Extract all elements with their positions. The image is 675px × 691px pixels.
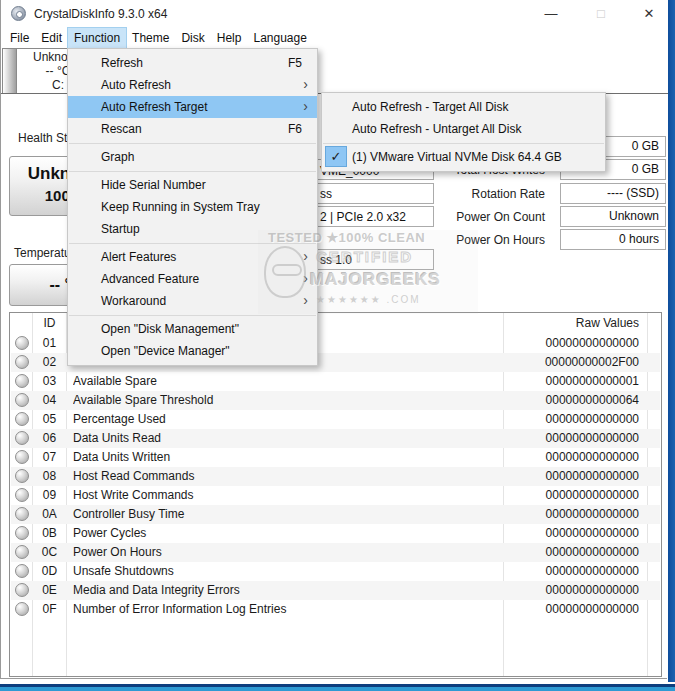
cell-attribute-name: Host Write Commands <box>73 486 493 505</box>
submenu-arrow-icon: › <box>303 245 308 267</box>
window-title: CrystalDiskInfo 9.3.0 x64 <box>34 7 167 21</box>
table-row[interactable]: 07Data Units Written00000000000000 <box>11 448 660 467</box>
function-menu-item-hide-serial-number[interactable]: Hide Serial Number <box>68 174 317 196</box>
cell-id: 03 <box>33 372 66 391</box>
table-header-raw-values: Raw Values <box>504 313 639 333</box>
cell-raw-value: 00000000000000 <box>504 429 639 448</box>
submenu-arrow-icon: › <box>303 73 308 95</box>
table-row[interactable]: 04Available Spare Threshold0000000000006… <box>11 391 660 410</box>
table-row[interactable]: 0CPower On Hours00000000000000 <box>11 543 660 562</box>
target-submenu-item-auto-refresh-untarget-all-disk[interactable]: Auto Refresh - Untarget All Disk <box>322 118 605 140</box>
table-row[interactable]: 0DUnsafe Shutdowns00000000000000 <box>11 562 660 581</box>
cell-attribute-name: Data Units Written <box>73 448 493 467</box>
function-menu-item-auto-refresh-target[interactable]: Auto Refresh Target› <box>68 96 317 118</box>
function-menu-item-graph[interactable]: Graph <box>68 146 317 168</box>
info-value-rotation-rate: ---- (SSD) <box>560 183 666 204</box>
function-menu-item-alert-features[interactable]: Alert Features› <box>68 246 317 268</box>
table-row[interactable]: 0BPower Cycles00000000000000 <box>11 524 660 543</box>
cell-id: 05 <box>33 410 66 429</box>
smart-table[interactable]: ID Raw Values 01000000000000000200000000… <box>9 312 662 677</box>
window-border-bottom <box>0 682 675 691</box>
menubar-item-file[interactable]: File <box>4 28 35 48</box>
function-menu-item-auto-refresh[interactable]: Auto Refresh› <box>68 74 317 96</box>
menu-item-label: Graph <box>101 150 134 164</box>
menu-item-label: Startup <box>101 222 140 236</box>
submenu-arrow-icon: › <box>303 95 308 117</box>
target-submenu-separator <box>323 143 604 144</box>
function-menu-item-open-disk-management[interactable]: Open "Disk Management" <box>68 318 317 340</box>
cell-attribute-name: Unsafe Shutdowns <box>73 562 493 581</box>
cell-id: 0E <box>33 581 66 600</box>
status-led-icon <box>15 355 29 369</box>
status-led-icon <box>15 602 29 616</box>
maximize-button[interactable]: □ <box>584 0 618 28</box>
menu-item-label: Open "Disk Management" <box>101 322 239 336</box>
target-submenu-item-auto-refresh-target-all-disk[interactable]: Auto Refresh - Target All Disk <box>322 96 605 118</box>
function-menu-separator <box>69 243 316 244</box>
table-row[interactable]: 09Host Write Commands00000000000000 <box>11 486 660 505</box>
submenu-arrow-icon: › <box>303 267 308 289</box>
function-menu-separator <box>69 143 316 144</box>
cell-raw-value: 00000000000000 <box>504 448 639 467</box>
table-row[interactable]: 0AController Busy Time00000000000000 <box>11 505 660 524</box>
function-menu-separator <box>69 171 316 172</box>
menubar-item-edit[interactable]: Edit <box>35 28 68 48</box>
menubar-item-theme[interactable]: Theme <box>126 28 175 48</box>
menu-item-label: Open "Device Manager" <box>101 344 230 358</box>
cell-id: 07 <box>33 448 66 467</box>
cell-attribute-name: Data Units Read <box>73 429 493 448</box>
cell-attribute-name: Available Spare <box>73 372 493 391</box>
app-icon <box>11 6 26 21</box>
function-menu-item-advanced-feature[interactable]: Advanced Feature› <box>68 268 317 290</box>
title-bar[interactable]: CrystalDiskInfo 9.3.0 x64 — □ ✕ <box>1 0 668 28</box>
table-row[interactable]: 05Percentage Used00000000000000 <box>11 410 660 429</box>
menu-bar: FileEditFunctionThemeDiskHelpLanguage <box>4 28 313 48</box>
table-row[interactable]: 06Data Units Read00000000000000 <box>11 429 660 448</box>
function-menu-item-open-device-manager[interactable]: Open "Device Manager" <box>68 340 317 362</box>
cell-raw-value: 00000000000000 <box>504 581 639 600</box>
cell-attribute-name: Host Read Commands <box>73 467 493 486</box>
info-label-power-on-hours: Power On Hours <box>325 233 545 247</box>
cell-id: 0D <box>33 562 66 581</box>
cell-raw-value: 00000000000000 <box>504 524 639 543</box>
info-label-rotation-rate: Rotation Rate <box>325 187 545 201</box>
cell-id: 0B <box>33 524 66 543</box>
menu-item-label: Advanced Feature <box>101 272 199 286</box>
menu-item-label: Auto Refresh <box>101 78 171 92</box>
menu-item-label: Keep Running in System Tray <box>101 200 260 214</box>
target-submenu-item-1-vmware-virtual-nvme-disk-64-4-gb[interactable]: ✓(1) VMware Virtual NVMe Disk 64.4 GB <box>322 146 605 168</box>
cell-id: 09 <box>33 486 66 505</box>
menubar-item-language[interactable]: Language <box>247 28 312 48</box>
status-led-icon <box>15 488 29 502</box>
menu-shortcut: F5 <box>288 52 302 74</box>
table-row[interactable]: 03Available Spare00000000000001 <box>11 372 660 391</box>
menubar-item-function[interactable]: Function <box>68 28 126 48</box>
function-menu-item-keep-running-in-system-tray[interactable]: Keep Running in System Tray <box>68 196 317 218</box>
info-value-power-on-hours: 0 hours <box>560 229 666 250</box>
cell-raw-value: 00000000000000 <box>504 334 639 353</box>
status-led-icon <box>15 450 29 464</box>
function-menu-item-refresh[interactable]: RefreshF5 <box>68 52 317 74</box>
table-row[interactable]: 0FNumber of Error Information Log Entrie… <box>11 600 660 619</box>
cell-attribute-name: Power Cycles <box>73 524 493 543</box>
menu-item-label: Hide Serial Number <box>101 178 206 192</box>
standard-fragment: ss 1.0 <box>320 253 352 267</box>
window-border-right <box>668 0 675 683</box>
status-led-icon <box>15 583 29 597</box>
table-row[interactable]: 0EMedia and Data Integrity Errors0000000… <box>11 581 660 600</box>
info-label-power-on-count: Power On Count <box>325 210 545 224</box>
function-menu-item-rescan[interactable]: RescanF6 <box>68 118 317 140</box>
minimize-button[interactable]: — <box>534 0 568 28</box>
function-menu-item-startup[interactable]: Startup <box>68 218 317 240</box>
table-row[interactable]: 08Host Read Commands00000000000000 <box>11 467 660 486</box>
menu-item-label: Refresh <box>101 56 143 70</box>
status-led-icon <box>15 526 29 540</box>
status-led-icon <box>15 393 29 407</box>
submenu-arrow-icon: › <box>303 289 308 311</box>
function-menu-item-workaround[interactable]: Workaround› <box>68 290 317 312</box>
close-button[interactable]: ✕ <box>632 0 666 28</box>
cell-id: 04 <box>33 391 66 410</box>
menubar-item-help[interactable]: Help <box>211 28 248 48</box>
menubar-item-disk[interactable]: Disk <box>175 28 210 48</box>
cell-attribute-name: Available Spare Threshold <box>73 391 493 410</box>
